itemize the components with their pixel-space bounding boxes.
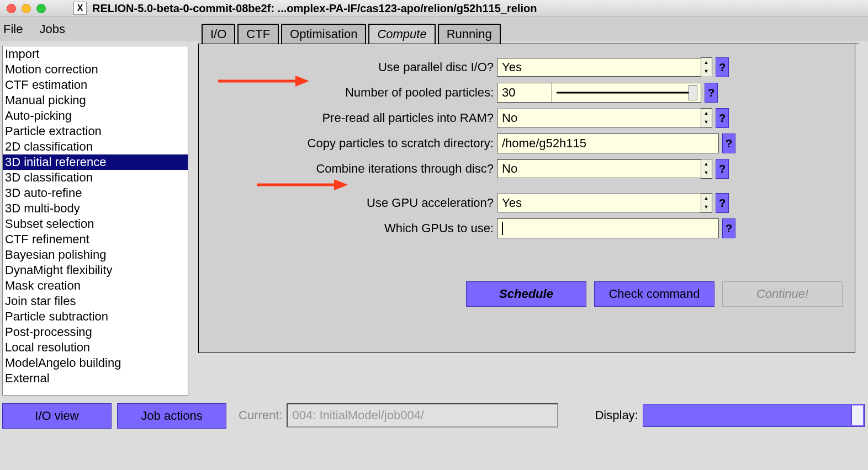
- status-bar: Current: 004: InitialModel/job004/ Displ…: [239, 403, 865, 428]
- tab-bar: I/O CTF Optimisation Compute Running: [198, 22, 859, 44]
- field-value: 30: [502, 86, 515, 100]
- schedule-button[interactable]: Schedule: [466, 281, 586, 307]
- jobtype-list[interactable]: Import Motion correction CTF estimation …: [2, 46, 188, 396]
- field-value: No: [502, 162, 517, 176]
- combine-disc-select[interactable]: No: [497, 159, 701, 178]
- jobtype-item[interactable]: Particle extraction: [3, 124, 188, 139]
- jobtype-item[interactable]: Auto-picking: [3, 108, 188, 124]
- help-button[interactable]: ?: [716, 159, 729, 179]
- which-gpus-input[interactable]: [497, 218, 719, 238]
- window-title: RELION-5.0-beta-0-commit-08be2f: ...ompl…: [92, 2, 537, 15]
- param-label: Pre-read all particles into RAM?: [207, 111, 497, 125]
- action-bar: Schedule Check command Continue!: [207, 274, 847, 307]
- jobtype-item[interactable]: Join star files: [3, 293, 188, 309]
- jobtype-item-selected[interactable]: 3D initial reference: [3, 154, 188, 170]
- pooled-particles-number[interactable]: 30: [497, 83, 552, 103]
- check-command-button[interactable]: Check command: [594, 281, 714, 307]
- svg-marker-3: [334, 179, 348, 190]
- field-value: No: [502, 111, 517, 125]
- param-label: Use GPU acceleration?: [207, 196, 497, 210]
- jobtype-item[interactable]: CTF refinement: [3, 232, 188, 247]
- preread-ram-select[interactable]: No: [497, 109, 701, 127]
- tab-running[interactable]: Running: [438, 24, 501, 44]
- current-job-display: 004: InitialModel/job004/: [287, 403, 558, 428]
- jobtype-item[interactable]: Bayesian polishing: [3, 247, 188, 263]
- svg-marker-1: [295, 76, 309, 87]
- help-button[interactable]: ?: [716, 193, 729, 213]
- jobtype-item[interactable]: Import: [3, 46, 188, 62]
- left-action-bar: I/O view Job actions: [0, 403, 226, 429]
- help-button[interactable]: ?: [705, 83, 718, 103]
- jobtype-item[interactable]: Manual picking: [3, 93, 188, 108]
- annotation-arrow-icon: [215, 73, 309, 89]
- jobtype-item[interactable]: Local resolution: [3, 340, 188, 355]
- jobtype-item[interactable]: Particle subtraction: [3, 309, 188, 324]
- menu-jobs[interactable]: Jobs: [39, 22, 65, 36]
- help-button[interactable]: ?: [716, 108, 729, 128]
- compute-panel: Use parallel disc I/O? Yes ? Number of p…: [198, 44, 855, 353]
- spin-icon[interactable]: [701, 108, 712, 128]
- spin-icon[interactable]: [701, 193, 712, 213]
- jobtype-item[interactable]: ModelAngelo building: [3, 355, 188, 371]
- pooled-particles-input[interactable]: 30: [497, 83, 701, 103]
- tab-io[interactable]: I/O: [202, 24, 235, 44]
- spin-icon[interactable]: [701, 57, 712, 77]
- field-value: Yes: [502, 60, 522, 74]
- field-value: /home/g52h115: [502, 136, 586, 151]
- close-dot-icon[interactable]: [7, 4, 16, 13]
- field-value: Yes: [502, 196, 522, 210]
- current-label: Current:: [239, 408, 282, 423]
- param-label: Which GPUs to use:: [207, 221, 497, 236]
- jobtype-item[interactable]: 3D auto-refine: [3, 185, 188, 201]
- job-actions-button[interactable]: Job actions: [117, 403, 226, 429]
- help-button[interactable]: ?: [722, 218, 735, 238]
- zoom-dot-icon[interactable]: [36, 4, 46, 13]
- jobtype-item[interactable]: Motion correction: [3, 62, 188, 77]
- param-label: Combine iterations through disc?: [207, 162, 497, 176]
- jobtype-item[interactable]: Mask creation: [3, 278, 188, 293]
- x11-app-icon: X: [73, 2, 87, 15]
- pooled-particles-slider[interactable]: [552, 83, 701, 103]
- help-button[interactable]: ?: [716, 57, 729, 77]
- jobtype-item[interactable]: Post-processing: [3, 324, 188, 340]
- annotation-arrow-icon: [254, 177, 348, 193]
- traffic-lights: [7, 4, 46, 13]
- tab-compute[interactable]: Compute: [368, 24, 435, 44]
- jobtype-item[interactable]: External: [3, 371, 188, 386]
- use-parallel-io-select[interactable]: Yes: [497, 58, 701, 77]
- spin-icon[interactable]: [701, 159, 712, 179]
- minimize-dot-icon[interactable]: [22, 4, 31, 13]
- param-label: Copy particles to scratch directory:: [207, 136, 497, 151]
- tab-ctf[interactable]: CTF: [237, 24, 279, 44]
- use-gpu-select[interactable]: Yes: [497, 194, 701, 212]
- display-select[interactable]: [643, 404, 865, 427]
- window-titlebar: X RELION-5.0-beta-0-commit-08be2f: ...om…: [0, 0, 868, 17]
- continue-button: Continue!: [722, 281, 843, 307]
- spin-icon[interactable]: [853, 407, 862, 424]
- scratch-dir-input[interactable]: /home/g52h115: [497, 133, 719, 153]
- jobtype-item[interactable]: 2D classification: [3, 139, 188, 154]
- jobtype-item[interactable]: Subset selection: [3, 216, 188, 232]
- tab-optimisation[interactable]: Optimisation: [281, 24, 366, 44]
- io-view-button[interactable]: I/O view: [2, 403, 112, 429]
- jobtype-item[interactable]: CTF estimation: [3, 77, 188, 93]
- jobtype-item[interactable]: 3D classification: [3, 170, 188, 185]
- jobtype-item[interactable]: DynaMight flexibility: [3, 263, 188, 278]
- display-label: Display:: [595, 408, 638, 423]
- help-button[interactable]: ?: [722, 133, 735, 153]
- current-job-value: 004: InitialModel/job004/: [292, 408, 424, 423]
- text-cursor-icon: [502, 222, 503, 235]
- menu-file[interactable]: File: [3, 22, 23, 36]
- jobtype-item[interactable]: 3D multi-body: [3, 201, 188, 216]
- slider-thumb-icon[interactable]: [689, 85, 697, 100]
